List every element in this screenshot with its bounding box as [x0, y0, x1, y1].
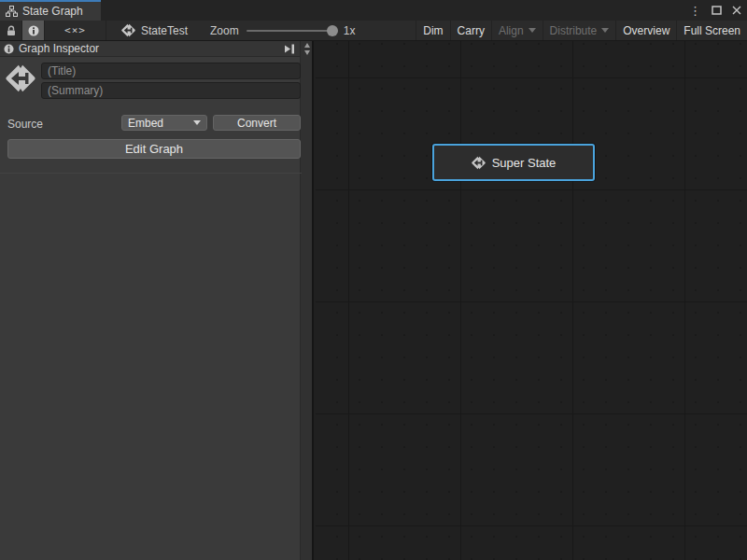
- breadcrumb-label: StateTest: [141, 24, 188, 37]
- chevron-down-icon: [529, 28, 536, 33]
- code-view-toggle-button[interactable]: <×>: [45, 21, 106, 40]
- summary-field[interactable]: [41, 82, 301, 99]
- maximize-icon[interactable]: [712, 6, 722, 15]
- lock-icon: [7, 25, 16, 36]
- toolbar-right-group: Dim Carry Align Distribute Overview Full…: [416, 21, 747, 40]
- triangle-down-icon: [304, 50, 310, 55]
- breadcrumb[interactable]: StateTest: [106, 21, 201, 40]
- source-label: Source: [7, 118, 43, 131]
- chevron-down-icon: [193, 120, 201, 125]
- panel-divider: [0, 173, 302, 174]
- close-icon[interactable]: [732, 6, 741, 15]
- zoom-label: Zoom: [210, 24, 239, 37]
- dim-label: Dim: [423, 24, 443, 37]
- tab-state-graph[interactable]: State Graph: [0, 2, 101, 21]
- state-graph-icon: [121, 23, 135, 37]
- convert-label: Convert: [237, 117, 276, 130]
- graph-toolbar: <×> StateTest Zoom 1x Dim Carry Align: [0, 21, 747, 41]
- super-state-node[interactable]: Super State: [432, 144, 595, 181]
- title-field[interactable]: [41, 63, 301, 79]
- dim-button[interactable]: Dim: [416, 21, 449, 40]
- source-dropdown-value: Embed: [128, 117, 163, 130]
- carry-button[interactable]: Carry: [450, 21, 491, 40]
- zoom-slider-knob[interactable]: [327, 25, 338, 36]
- dock-panel-icon[interactable]: [283, 44, 296, 54]
- code-icon: <×>: [64, 24, 86, 36]
- triangle-up-icon: [304, 43, 310, 48]
- inspector-toggle-button[interactable]: [22, 21, 45, 40]
- distribute-button[interactable]: Distribute: [543, 21, 616, 40]
- graph-inspector-header: Graph Inspector: [0, 41, 300, 57]
- edit-graph-label: Edit Graph: [125, 142, 183, 156]
- window-controls: ⋮: [689, 0, 741, 21]
- full-screen-label: Full Screen: [684, 24, 740, 37]
- source-dropdown[interactable]: Embed: [121, 115, 207, 131]
- align-button[interactable]: Align: [491, 21, 543, 40]
- zoom-value: 1x: [344, 24, 356, 37]
- distribute-label: Distribute: [550, 24, 598, 37]
- graph-canvas[interactable]: Super State: [316, 41, 747, 560]
- carry-label: Carry: [458, 24, 485, 37]
- chevron-down-icon: [601, 28, 609, 33]
- graph-inspector-panel: Graph Inspector Source Embed Convert Edi…: [0, 41, 314, 560]
- window-menu-icon[interactable]: ⋮: [689, 5, 701, 17]
- convert-button[interactable]: Convert: [213, 115, 301, 131]
- tab-label: State Graph: [22, 5, 83, 18]
- graph-hierarchy-icon: [6, 6, 18, 17]
- zoom-control: Zoom 1x: [201, 21, 355, 40]
- info-icon: [4, 44, 14, 54]
- panel-title: Graph Inspector: [19, 42, 278, 55]
- lock-button[interactable]: [0, 21, 22, 40]
- info-icon: [28, 25, 39, 36]
- align-label: Align: [499, 24, 524, 37]
- overview-button[interactable]: Overview: [615, 21, 676, 40]
- zoom-slider[interactable]: [247, 30, 336, 32]
- edit-graph-button[interactable]: Edit Graph: [7, 139, 301, 159]
- scroll-up-button[interactable]: [301, 41, 313, 49]
- panel-scrollbar[interactable]: [300, 41, 312, 560]
- state-graph-icon: [472, 156, 486, 170]
- state-graph-icon-large: [6, 63, 35, 93]
- title-bar: State Graph ⋮: [0, 0, 747, 21]
- scroll-down-button[interactable]: [301, 49, 313, 56]
- node-label: Super State: [492, 156, 557, 170]
- full-screen-button[interactable]: Full Screen: [676, 21, 747, 40]
- overview-label: Overview: [623, 24, 669, 37]
